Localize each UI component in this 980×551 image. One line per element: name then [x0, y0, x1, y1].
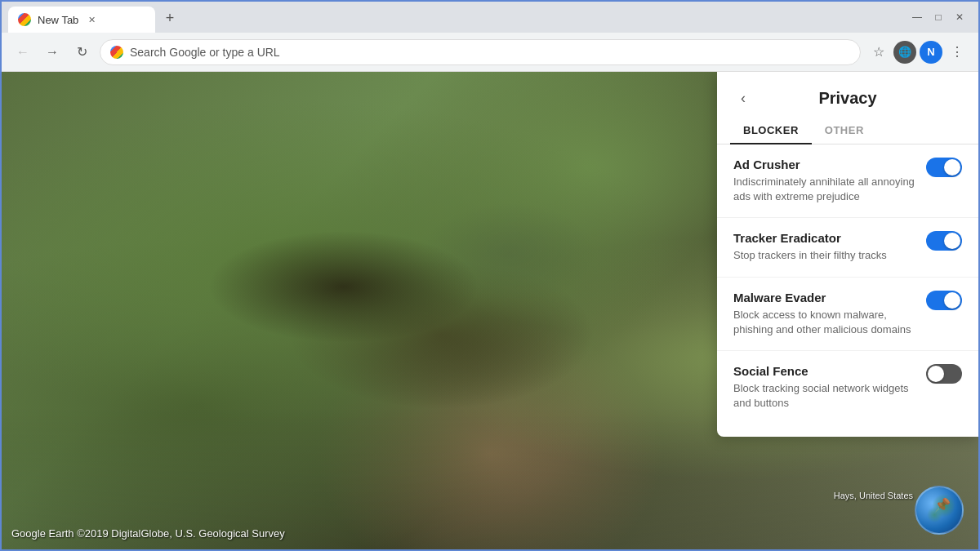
- tracker-eradicator-section: Tracker Eradicator Stop trackers in thei…: [717, 218, 978, 277]
- social-fence-title: Social Fence: [733, 364, 916, 378]
- globe-widget[interactable]: 📌: [915, 486, 972, 543]
- browser-tab[interactable]: New Tab ✕: [8, 7, 155, 33]
- map-copyright: ©2019 DigitalGlobe, U.S. Geological Surv…: [77, 527, 285, 540]
- tab-close-button[interactable]: ✕: [85, 13, 98, 26]
- social-fence-desc: Block tracking social network widgets an…: [733, 381, 916, 411]
- tracker-eradicator-text: Tracker Eradicator Stop trackers in thei…: [733, 231, 916, 263]
- tracker-eradicator-desc: Stop trackers in their filthy tracks: [733, 248, 916, 263]
- social-fence-text: Social Fence Block tracking social netwo…: [733, 364, 916, 411]
- minimize-button[interactable]: —: [911, 11, 923, 23]
- maximize-button[interactable]: □: [933, 11, 944, 23]
- tracker-eradicator-toggle-knob: [944, 233, 960, 249]
- ad-crusher-header: Ad Crusher Indiscriminately annihilate a…: [733, 158, 962, 204]
- google-earth-label: Google Earth: [11, 527, 74, 540]
- social-fence-section: Social Fence Block tracking social netwo…: [717, 351, 978, 424]
- new-tab-button[interactable]: +: [158, 7, 181, 29]
- browser-frame: New Tab ✕ + — □ ✕ ← → ↻ Search Google or…: [0, 0, 980, 551]
- ad-crusher-title: Ad Crusher: [733, 158, 916, 171]
- social-fence-toggle[interactable]: [926, 364, 962, 384]
- google-icon: [110, 46, 123, 59]
- ad-crusher-text: Ad Crusher Indiscriminately annihilate a…: [733, 158, 916, 204]
- menu-button[interactable]: ⋮: [946, 41, 969, 64]
- close-button[interactable]: ✕: [954, 11, 965, 23]
- panel-title: Privacy: [756, 89, 939, 108]
- tracker-eradicator-header: Tracker Eradicator Stop trackers in thei…: [733, 231, 962, 263]
- malware-evader-toggle-knob: [944, 292, 960, 309]
- tab-other[interactable]: OTHER: [812, 118, 877, 144]
- malware-evader-text: Malware Evader Block access to known mal…: [733, 291, 916, 337]
- malware-evader-header: Malware Evader Block access to known mal…: [733, 291, 962, 337]
- tracker-eradicator-toggle[interactable]: [926, 231, 962, 251]
- panel-back-button[interactable]: ‹: [730, 85, 756, 111]
- title-bar: New Tab ✕ + — □ ✕: [2, 2, 978, 33]
- favicon: [18, 13, 31, 26]
- ad-crusher-toggle[interactable]: [926, 158, 962, 177]
- tab-blocker[interactable]: BLOCKER: [730, 118, 812, 144]
- bookmark-button[interactable]: ☆: [867, 41, 890, 64]
- social-fence-header: Social Fence Block tracking social netwo…: [733, 364, 962, 411]
- malware-evader-title: Malware Evader: [733, 291, 916, 304]
- tab-title: New Tab: [38, 14, 78, 26]
- content-area: Google Earth ©2019 DigitalGlobe, U.S. Ge…: [2, 72, 978, 549]
- social-fence-toggle-knob: [928, 366, 944, 382]
- ad-crusher-toggle-knob: [944, 159, 960, 176]
- avatar-button[interactable]: N: [920, 41, 942, 64]
- ad-crusher-desc: Indiscriminately annihilate all annoying…: [733, 175, 916, 204]
- address-text: Search Google or type a URL: [130, 46, 280, 59]
- privacy-panel: ‹ Privacy BLOCKER OTHER Ad Crusher Indis…: [717, 72, 978, 437]
- window-controls: — □ ✕: [911, 11, 972, 23]
- tracker-eradicator-title: Tracker Eradicator: [733, 231, 916, 245]
- location-label: Hays, United States: [834, 491, 913, 500]
- malware-evader-section: Malware Evader Block access to known mal…: [717, 278, 978, 351]
- malware-evader-desc: Block access to known malware, phishing …: [733, 308, 916, 337]
- ad-crusher-section: Ad Crusher Indiscriminately annihilate a…: [717, 144, 978, 218]
- back-button[interactable]: ←: [11, 41, 34, 64]
- world-icon-button[interactable]: 🌐: [893, 41, 916, 64]
- reload-button[interactable]: ↻: [70, 41, 93, 64]
- nav-bar: ← → ↻ Search Google or type a URL ☆ 🌐 N …: [2, 33, 978, 72]
- nav-icons: ☆ 🌐 N ⋮: [867, 41, 969, 64]
- globe-icon: 📌: [915, 486, 964, 535]
- location-pin-icon: 📌: [934, 497, 951, 513]
- panel-tabs: BLOCKER OTHER: [717, 118, 978, 144]
- address-bar[interactable]: Search Google or type a URL: [100, 39, 861, 65]
- forward-button[interactable]: →: [41, 41, 64, 64]
- map-credit: Google Earth ©2019 DigitalGlobe, U.S. Ge…: [11, 527, 285, 540]
- malware-evader-toggle[interactable]: [926, 291, 962, 310]
- panel-header: ‹ Privacy: [717, 72, 978, 118]
